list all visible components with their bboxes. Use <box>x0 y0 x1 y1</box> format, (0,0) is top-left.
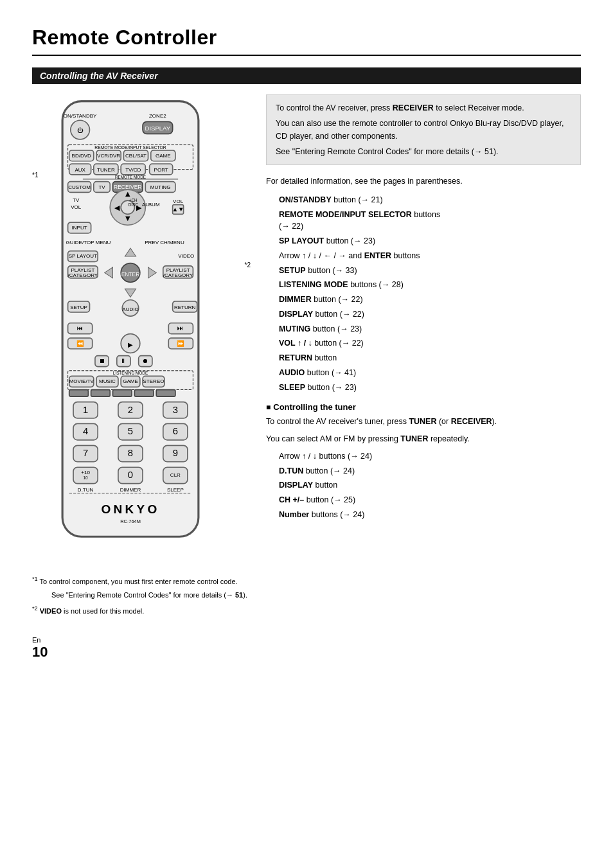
svg-text:AUDIO: AUDIO <box>123 306 139 312</box>
btn-name: SP LAYOUT <box>279 236 324 245</box>
svg-text:8: 8 <box>128 448 133 458</box>
btn-name: CH +/– <box>279 495 304 504</box>
list-item: ON/STANDBY button (→ 21) <box>279 194 581 206</box>
svg-text:INPUT: INPUT <box>72 225 87 231</box>
svg-text:LISTENING MODE: LISTENING MODE <box>113 371 148 375</box>
svg-text:BD/DVD: BD/DVD <box>72 153 92 159</box>
svg-text:▼: ▼ <box>124 214 132 223</box>
svg-text:▲: ▲ <box>124 190 132 199</box>
svg-text:ZONE2: ZONE2 <box>149 113 166 119</box>
svg-text:1: 1 <box>83 405 88 415</box>
svg-text:⏭: ⏭ <box>178 324 184 332</box>
svg-text:SP LAYOUT: SP LAYOUT <box>69 253 97 259</box>
btn-name: RETURN <box>279 353 312 362</box>
svg-text:DISPLAY: DISPLAY <box>145 125 171 132</box>
list-item: Number buttons (→ 24) <box>279 509 581 521</box>
tuner-desc-2: You can select AM or FM by pressing TUNE… <box>266 433 581 445</box>
btn-name: LISTENING MODE <box>279 280 348 289</box>
list-item: Arrow ↑ / ↓ / ← / → and ENTER buttons <box>279 250 581 262</box>
list-item: SETUP button (→ 33) <box>279 265 581 277</box>
list-item: RETURN button <box>279 352 581 364</box>
svg-rect-101 <box>69 390 89 397</box>
list-item: LISTENING MODE buttons (→ 28) <box>279 279 581 291</box>
page-number: 10 <box>32 644 581 660</box>
list-item: VOL ↑ / ↓ button (→ 22) <box>279 337 581 350</box>
btn-name: REMOTE MODE/INPUT SELECTOR <box>279 210 412 219</box>
svg-text:9: 9 <box>173 448 178 458</box>
footnote-1-sub: See "Entering Remote Control Codes" for … <box>51 590 581 601</box>
svg-rect-105 <box>157 390 176 397</box>
btn-name: MUTING <box>279 324 310 333</box>
svg-text:⏮: ⏮ <box>77 324 84 332</box>
svg-text:VCR/DVR: VCR/DVR <box>97 153 120 159</box>
page-number-area: En 10 <box>32 636 581 660</box>
button-list: ON/STANDBY button (→ 21) REMOTE MODE/INP… <box>279 194 581 394</box>
info-line-1: To control the AV receiver, press RECEIV… <box>276 102 571 114</box>
btn-name: VOL ↑ / ↓ <box>279 339 312 348</box>
svg-rect-102 <box>91 390 111 397</box>
svg-text:VIDEO: VIDEO <box>179 253 195 259</box>
svg-text:ALBUM: ALBUM <box>142 202 160 208</box>
svg-text:PREV CH/MENU: PREV CH/MENU <box>145 240 185 245</box>
list-item: AUDIO button (→ 41) <box>279 367 581 379</box>
note-marker-2: *2 <box>245 261 251 269</box>
remote-image: ON/STANDBY ZONE2 ⏻ DISPLAY REMOTE MODE/I… <box>40 94 242 559</box>
right-column: To control the AV receiver, press RECEIV… <box>266 94 581 524</box>
desc-intro: For detailed information, see the pages … <box>266 175 581 188</box>
info-line-2: You can also use the remote controller t… <box>276 117 571 143</box>
title-divider <box>32 55 581 56</box>
svg-text:⏻: ⏻ <box>77 127 84 134</box>
svg-text:TV: TV <box>73 197 80 203</box>
btn-name: DISPLAY <box>279 481 313 490</box>
btn-name: DIMMER <box>279 295 312 304</box>
svg-text:RC-764M: RC-764M <box>121 518 141 524</box>
left-column: *1 ON/STANDBY ZONE2 ⏻ DISPLAY <box>32 94 251 559</box>
btn-name: Number <box>279 510 309 519</box>
svg-text:GAME: GAME <box>123 378 139 384</box>
svg-text:SLEEP: SLEEP <box>167 487 184 493</box>
list-item: DISPLAY button <box>279 479 581 492</box>
svg-text:TV: TV <box>99 184 106 190</box>
svg-text:⏹: ⏹ <box>99 357 105 364</box>
svg-text:RETURN: RETURN <box>174 305 196 310</box>
svg-text:ON/STANDBY: ON/STANDBY <box>64 113 97 119</box>
btn-name: ON/STANDBY <box>279 195 332 204</box>
svg-text:10: 10 <box>84 475 89 480</box>
svg-text:6: 6 <box>173 426 178 436</box>
footnote-2: *2 VIDEO is not used for this model. <box>32 604 581 617</box>
btn-name: SLEEP <box>279 383 305 392</box>
btn-name: DISPLAY <box>279 310 313 319</box>
svg-text:5: 5 <box>128 426 133 436</box>
svg-text:⏺: ⏺ <box>143 357 149 364</box>
svg-text:2: 2 <box>128 405 133 415</box>
page-title: Remote Controller <box>32 26 581 49</box>
svg-text:◀: ◀ <box>114 204 120 211</box>
svg-text:MOVIE/TV: MOVIE/TV <box>69 378 94 384</box>
svg-text:▶: ▶ <box>128 341 133 348</box>
list-item: CH +/– button (→ 25) <box>279 494 581 506</box>
svg-text:/CATEGORY: /CATEGORY <box>68 272 98 278</box>
svg-text:0: 0 <box>128 470 133 480</box>
svg-text:PORT: PORT <box>154 167 168 173</box>
tuner-desc-1: To control the AV receiver's tuner, pres… <box>266 416 581 428</box>
svg-rect-26 <box>83 179 178 179</box>
svg-text:MUTING: MUTING <box>150 184 171 190</box>
svg-text:+10: +10 <box>82 470 91 475</box>
svg-text:ONKYO: ONKYO <box>102 502 160 516</box>
svg-rect-103 <box>113 390 132 397</box>
list-item: D.TUN button (→ 24) <box>279 465 581 477</box>
list-item: Arrow ↑ / ↓ buttons (→ 24) <box>279 450 581 463</box>
section-header: Controlling the AV Receiver <box>32 67 581 84</box>
svg-text:REMOTE MODE/INPUT SELECTOR: REMOTE MODE/INPUT SELECTOR <box>95 145 167 150</box>
list-item: SLEEP button (→ 23) <box>279 382 581 394</box>
tuner-list: Arrow ↑ / ↓ buttons (→ 24) D.TUN button … <box>279 450 581 521</box>
remote-wrapper: *1 ON/STANDBY ZONE2 ⏻ DISPLAY <box>32 94 251 559</box>
svg-text:VOL: VOL <box>71 204 82 210</box>
svg-text:GAME: GAME <box>155 153 171 159</box>
list-item: DISPLAY button (→ 22) <box>279 308 581 321</box>
footnote-1: *1 To control component, you must first … <box>32 574 581 587</box>
info-box: To control the AV receiver, press RECEIV… <box>266 94 581 165</box>
svg-text:ENTER: ENTER <box>121 271 140 278</box>
main-content: *1 ON/STANDBY ZONE2 ⏻ DISPLAY <box>32 94 581 559</box>
svg-text:CUSTOM: CUSTOM <box>69 184 91 190</box>
